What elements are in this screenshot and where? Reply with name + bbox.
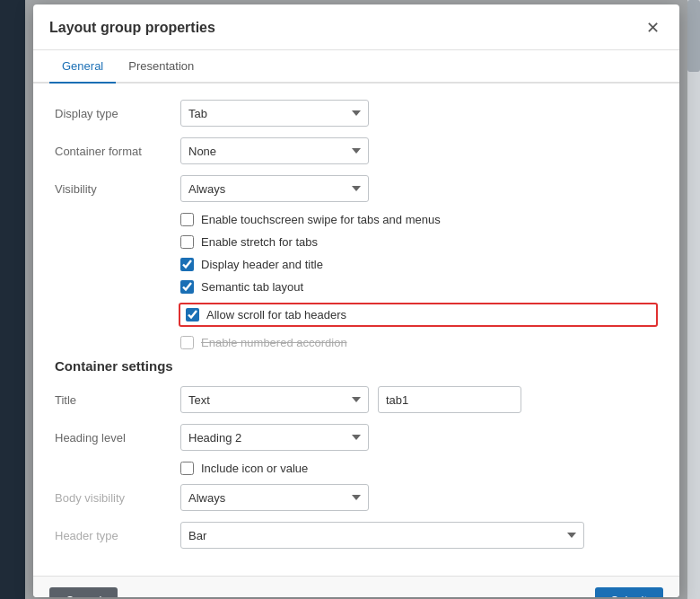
header-type-label: Header type: [55, 529, 180, 542]
modal-header: Layout group properties ✕: [33, 4, 679, 50]
title-control: Text Heading None: [180, 386, 521, 413]
body-visibility-select[interactable]: Always Never Conditional: [180, 484, 369, 511]
stretch-checkbox[interactable]: [180, 235, 194, 249]
body-visibility-control: Always Never Conditional: [180, 484, 369, 511]
tab-general[interactable]: General: [49, 50, 116, 84]
close-button[interactable]: ✕: [642, 17, 663, 39]
stretch-label: Enable stretch for tabs: [201, 235, 318, 249]
header-type-control: Bar None Custom: [180, 522, 584, 549]
body-visibility-label: Body visibility: [55, 491, 180, 505]
allowscroll-highlighted-row: Allow scroll for tab headers: [179, 303, 658, 327]
container-settings-heading: Container settings: [55, 358, 658, 374]
display-type-row: Display type Tab Panel Accordion: [55, 100, 658, 127]
modal-overlay: Layout group properties ✕ General Presen…: [0, 0, 687, 599]
modal-body: Display type Tab Panel Accordion Contain…: [33, 84, 679, 576]
header-type-row: Header type Bar None Custom: [55, 522, 658, 549]
visibility-control: Always Never Conditional: [180, 175, 369, 202]
semantictab-checkbox[interactable]: [180, 280, 194, 294]
displayheader-label: Display header and title: [201, 258, 323, 271]
body-visibility-row: Body visibility Always Never Conditional: [55, 484, 658, 511]
allowscroll-label: Allow scroll for tab headers: [206, 308, 346, 322]
cancel-button[interactable]: Cancel: [49, 587, 118, 597]
submit-button[interactable]: Submit: [595, 587, 663, 597]
container-format-control: None Box Card: [180, 137, 369, 164]
heading-level-select[interactable]: Heading 1 Heading 2 Heading 3 Heading 4: [180, 424, 369, 451]
display-type-label: Display type: [55, 107, 180, 120]
displayheader-checkbox-row: Display header and title: [180, 258, 658, 271]
stretch-checkbox-row: Enable stretch for tabs: [180, 235, 658, 249]
display-type-select[interactable]: Tab Panel Accordion: [180, 100, 369, 127]
semantictab-label: Semantic tab layout: [201, 280, 303, 294]
modal-title: Layout group properties: [49, 20, 215, 36]
modal-tabs: General Presentation: [33, 50, 679, 84]
container-format-select[interactable]: None Box Card: [180, 137, 369, 164]
visibility-select[interactable]: Always Never Conditional: [180, 175, 369, 202]
touchscreen-checkbox-row: Enable touchscreen swipe for tabs and me…: [180, 213, 658, 226]
display-type-control: Tab Panel Accordion: [180, 100, 369, 127]
include-icon-row: Include icon or value: [180, 462, 658, 475]
modal-dialog: Layout group properties ✕ General Presen…: [33, 4, 679, 597]
tab-presentation[interactable]: Presentation: [116, 50, 206, 84]
numberedaccordion-checkbox-row: Enable numbered accordion: [180, 336, 658, 349]
title-text-input[interactable]: [378, 386, 521, 413]
container-format-label: Container format: [55, 145, 180, 158]
include-icon-checkbox[interactable]: [180, 462, 194, 475]
semantictab-checkbox-row: Semantic tab layout: [180, 280, 658, 294]
displayheader-checkbox[interactable]: [180, 258, 194, 271]
visibility-label: Visibility: [55, 182, 180, 196]
numberedaccordion-checkbox[interactable]: [180, 336, 194, 349]
heading-level-control: Heading 1 Heading 2 Heading 3 Heading 4: [180, 424, 369, 451]
title-dropdown[interactable]: Text Heading None: [180, 386, 369, 413]
header-type-select[interactable]: Bar None Custom: [180, 522, 584, 549]
container-format-row: Container format None Box Card: [55, 137, 658, 164]
heading-level-row: Heading level Heading 1 Heading 2 Headin…: [55, 424, 658, 451]
scrollbar-thumb[interactable]: [687, 0, 700, 72]
title-row: Title Text Heading None: [55, 386, 658, 413]
allowscroll-checkbox[interactable]: [186, 308, 199, 322]
touchscreen-checkbox[interactable]: [180, 213, 194, 226]
numberedaccordion-label: Enable numbered accordion: [201, 336, 347, 349]
touchscreen-label: Enable touchscreen swipe for tabs and me…: [201, 213, 441, 226]
title-label: Title: [55, 393, 180, 407]
modal-footer: Cancel Submit: [33, 576, 679, 597]
include-icon-label: Include icon or value: [201, 462, 308, 475]
scrollbar[interactable]: [687, 0, 700, 599]
heading-level-label: Heading level: [55, 431, 180, 445]
visibility-row: Visibility Always Never Conditional: [55, 175, 658, 202]
